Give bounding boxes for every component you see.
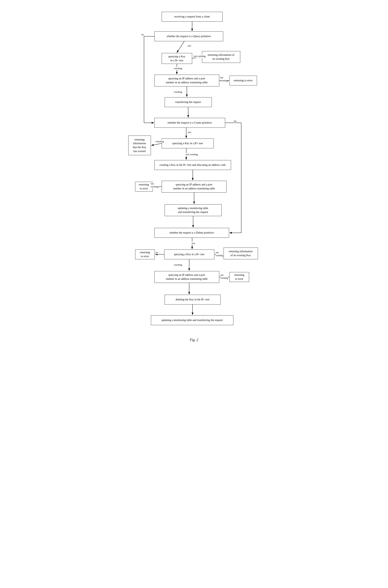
label-existing-3: existing — [156, 140, 164, 143]
figure-caption: Fig. 2 — [125, 338, 263, 342]
box-query-ip-3: querying an IP address and a portnumber … — [154, 271, 219, 283]
svg-line-9 — [151, 144, 162, 145]
box-query-key-b-tree-3: querying a Key in a B+ tree — [164, 249, 214, 259]
box-query-ip-2: querying an IP address and a portnumber … — [162, 181, 226, 193]
box-update-monitoring-1: updating a monitoring tableand transferr… — [165, 204, 222, 216]
box-return-error-4: returningto error — [229, 272, 249, 282]
label-not-existing-3: not existing — [186, 153, 198, 156]
box-query-key-b-tree-2: querying a Key in a B+ tree — [162, 139, 214, 148]
box-return-error-2: returningto error — [135, 182, 153, 192]
label-no-3: no — [156, 251, 158, 254]
label-yes-2: yes — [188, 131, 191, 134]
box-delete-primitive: whether the request is a Delete primitiv… — [154, 228, 229, 238]
box-return-no-key-2: returning informationof no existing Key — [223, 247, 258, 259]
box-update-monitoring-2: updating a monitoring table and transfer… — [151, 315, 233, 325]
label-not-existing-5: notexisting — [216, 251, 223, 257]
box-return-key-existed: returninginformationthat the Keyhas exis… — [128, 136, 151, 155]
label-yes-3: yes — [192, 242, 195, 245]
box-delete-key: deleting the Key in the B+ tree — [165, 295, 221, 304]
flowchart-diagram: receiving a request from a client whethe… — [125, 8, 263, 334]
label-not-existing-1: not existing — [194, 55, 206, 58]
label-yes-1: yes — [188, 44, 191, 47]
svg-line-2 — [177, 41, 184, 53]
box-receiving-request: receiving a request from a client — [162, 12, 223, 22]
label-no-2: no — [234, 120, 237, 122]
box-query-primitive: whether the request is a Query primitive — [154, 31, 223, 41]
label-not-existing-2: notexisting — [220, 76, 228, 82]
box-return-error-3: returningto error — [135, 249, 155, 259]
label-not-existing-4: notexisting — [151, 182, 158, 188]
page: receiving a request from a client whethe… — [125, 8, 263, 576]
box-query-ip-1: querying an IP address and a portnumber … — [154, 75, 219, 86]
label-existing-1: existing — [174, 67, 182, 70]
box-create-key: creating a Key in the B+ tree and alloca… — [154, 160, 231, 170]
label-existing-2: existing — [174, 90, 182, 94]
label-existing-4: existing — [174, 263, 182, 266]
label-not-existing-6: notexisting — [221, 274, 228, 280]
label-no-1: no — [142, 33, 144, 36]
box-query-key-b-tree-1: querying a Keyin a B+ tree — [162, 53, 192, 64]
box-return-no-key-1: returning inforamtion ofno existing Key — [202, 51, 240, 63]
box-return-error-1: returning to error — [229, 76, 257, 85]
box-transfer-request-1: transferring the request — [165, 97, 212, 107]
box-create-primitive: whether the request is a Create primitiv… — [154, 118, 225, 128]
